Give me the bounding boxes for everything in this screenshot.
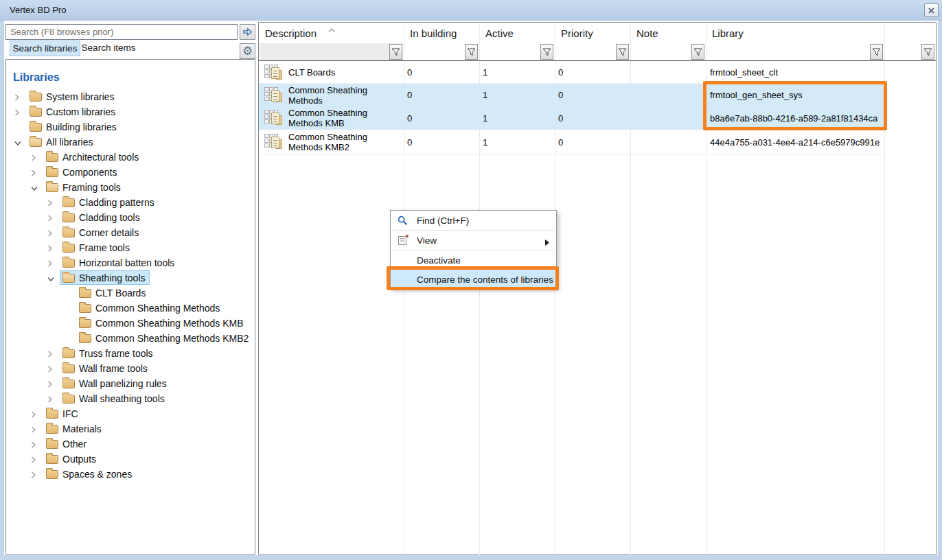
tree-expand-toggle[interactable] xyxy=(47,395,56,403)
tree-item-cladding-tools[interactable]: Cladding tools xyxy=(6,210,255,225)
library-item-icon xyxy=(264,110,284,126)
tree-item-common-sheathing-methods-kmb2[interactable]: Common Sheathing Methods KMB2 xyxy=(6,331,255,346)
libraries-panel: Libraries System librariesCustom librari… xyxy=(5,59,255,555)
table-row[interactable]: Common Sheathing Methods KMB201044e4a755… xyxy=(259,130,936,154)
chevron-right-icon xyxy=(31,471,36,478)
tree-expand-toggle[interactable] xyxy=(31,425,39,433)
column-header-library[interactable]: Library xyxy=(706,23,884,43)
settings-gear-button[interactable]: ⚙ xyxy=(240,43,255,59)
tree-expand-toggle[interactable] xyxy=(14,108,23,116)
tree-item-truss-frame-tools[interactable]: Truss frame tools xyxy=(6,346,255,361)
chevron-right-icon xyxy=(14,94,20,101)
tree-item-common-sheathing-methods-kmb[interactable]: Common Sheathing Methods KMB xyxy=(6,316,255,331)
menu-item-compare-the-contents-of-libraries[interactable]: Compare the contents of libraries xyxy=(391,270,556,289)
table-row[interactable]: Common Sheathing Methods010frmtool_gen_s… xyxy=(259,84,936,106)
tree-item-content: Wall panelizing rules xyxy=(60,376,171,390)
tree-item-content: Frame tools xyxy=(60,240,134,255)
tree-expand-toggle[interactable] xyxy=(47,364,56,373)
filter-input-library[interactable] xyxy=(706,43,884,60)
tree-expand-toggle[interactable] xyxy=(31,153,39,161)
column-header-note[interactable]: Note xyxy=(630,23,706,43)
tree-expand-toggle[interactable] xyxy=(47,259,56,267)
tree-expand-toggle[interactable] xyxy=(31,470,39,478)
menu-item-view[interactable]: View xyxy=(391,231,556,250)
filter-funnel-button-extra[interactable] xyxy=(921,44,934,60)
tree-expand-toggle[interactable] xyxy=(47,380,56,388)
filter-funnel-button-note[interactable] xyxy=(691,44,704,60)
column-header-active[interactable]: Active xyxy=(479,23,555,43)
tree-item-corner-details[interactable]: Corner details xyxy=(6,225,255,240)
tree-item-common-sheathing-methods[interactable]: Common Sheathing Methods xyxy=(6,301,255,316)
tree-item-label: Common Sheathing Methods KMB2 xyxy=(95,333,249,344)
tree-item-ifc[interactable]: IFC xyxy=(6,406,255,421)
tree-item-horizontal-batten-tools[interactable]: Horizontal batten tools xyxy=(6,255,255,270)
tree-item-content: Materials xyxy=(43,421,106,436)
tree-expand-toggle[interactable] xyxy=(47,229,56,237)
tree-item-content: Corner details xyxy=(60,225,143,240)
tab-search-items[interactable]: Search items xyxy=(81,40,136,56)
filter-input-description[interactable] xyxy=(260,43,403,60)
table-row[interactable]: CLT Boards010frmtool_sheet_clt xyxy=(259,61,936,84)
tree-item-all-libraries[interactable]: All libraries xyxy=(6,135,255,150)
tree-item-clt-boards[interactable]: CLT Boards xyxy=(6,285,255,301)
gear-icon: ⚙ xyxy=(242,45,253,57)
tree-item-label: Architectural tools xyxy=(62,152,139,163)
tree-item-architectural-tools[interactable]: Architectural tools xyxy=(6,150,255,165)
window-frame-bottom xyxy=(0,555,942,560)
tree-item-other[interactable]: Other xyxy=(6,436,255,452)
tree-item-spaces-zones[interactable]: Spaces & zones xyxy=(6,467,255,482)
filter-funnel-button-in-building[interactable] xyxy=(465,44,478,60)
filter-funnel-button-library[interactable] xyxy=(870,44,883,60)
tree-expand-toggle[interactable] xyxy=(31,440,39,448)
tree-expand-toggle[interactable] xyxy=(31,410,39,418)
filter-funnel-button-active[interactable] xyxy=(540,44,553,60)
chevron-right-icon xyxy=(47,245,53,252)
table-row[interactable]: Common Sheathing Methods KMB010b8a6e7ab-… xyxy=(259,106,936,130)
tree-expand-toggle[interactable] xyxy=(47,198,56,207)
cell-in-building: 0 xyxy=(407,61,476,84)
tree-item-content: Wall frame tools xyxy=(60,361,152,375)
tree-item-framing-tools[interactable]: Framing tools xyxy=(6,180,255,195)
cell-priority: 0 xyxy=(558,130,627,154)
tree-item-components[interactable]: Components xyxy=(6,165,255,180)
tree-expand-toggle[interactable] xyxy=(31,455,39,463)
folder-icon xyxy=(79,319,91,328)
tree-item-materials[interactable]: Materials xyxy=(6,421,255,436)
window-frame-right xyxy=(938,21,942,560)
folder-icon xyxy=(62,349,75,358)
tree-expand-toggle[interactable] xyxy=(47,213,56,222)
tree-item-wall-panelizing-rules[interactable]: Wall panelizing rules xyxy=(6,376,255,391)
column-header-in-building[interactable]: In building xyxy=(404,23,479,43)
tree-item-wall-frame-tools[interactable]: Wall frame tools xyxy=(6,361,255,376)
library-item-icon xyxy=(264,87,284,104)
search-input[interactable] xyxy=(5,24,238,40)
tree-expand-toggle[interactable] xyxy=(47,349,56,358)
tree-item-building-libraries[interactable]: Building libraries xyxy=(6,119,255,135)
menu-item-deactivate[interactable]: Deactivate xyxy=(391,250,556,270)
tree-item-sheathing-tools[interactable]: Sheathing tools xyxy=(6,270,255,285)
column-header-priority[interactable]: Priority xyxy=(555,23,630,43)
tree-item-content: Building libraries xyxy=(27,119,121,134)
search-go-button[interactable] xyxy=(240,24,255,40)
menu-item-find-ctrl-f[interactable]: Find (Ctrl+F) xyxy=(391,211,556,230)
tree-item-cladding-patterns[interactable]: Cladding patterns xyxy=(6,195,255,210)
tab-search-libraries[interactable]: Search libraries xyxy=(10,40,80,56)
tree-item-content: Truss frame tools xyxy=(60,346,157,360)
tree-item-frame-tools[interactable]: Frame tools xyxy=(6,240,255,255)
tree-expand-toggle[interactable] xyxy=(31,183,39,191)
close-button[interactable] xyxy=(924,3,939,17)
tree-item-outputs[interactable]: Outputs xyxy=(6,452,255,467)
tree-expand-toggle[interactable] xyxy=(14,138,23,146)
tree-item-custom-libraries[interactable]: Custom libraries xyxy=(6,104,255,119)
tree-item-system-libraries[interactable]: System libraries xyxy=(6,89,255,104)
tree-item-label: Wall frame tools xyxy=(79,363,148,374)
tree-expand-toggle[interactable] xyxy=(31,168,39,176)
tree-expand-toggle[interactable] xyxy=(47,244,56,252)
tree-item-wall-sheathing-tools[interactable]: Wall sheathing tools xyxy=(6,391,255,406)
filter-funnel-button-priority[interactable] xyxy=(616,44,629,60)
cell-library: frmtool_gen_sheet_sys xyxy=(710,84,882,106)
tree-expand-toggle[interactable] xyxy=(14,93,23,101)
tree-item-label: Cladding tools xyxy=(79,212,140,223)
tree-expand-toggle[interactable] xyxy=(47,274,56,282)
filter-funnel-button-description[interactable] xyxy=(389,44,402,60)
